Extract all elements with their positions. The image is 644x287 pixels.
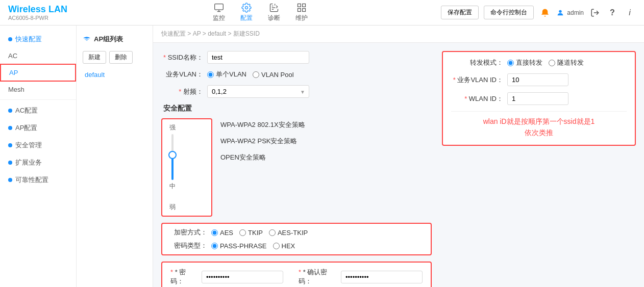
- maintain-icon: [296, 3, 307, 13]
- sidebar-item-ap[interactable]: AP: [0, 64, 76, 82]
- security-opt-psk[interactable]: WPA-WPA2 PSK安全策略: [220, 137, 305, 146]
- sidebar-label-extend: 扩展业务: [15, 158, 42, 167]
- sidebar-item-security[interactable]: 安全管理: [0, 137, 76, 154]
- encrypt-tkip-option[interactable]: TKIP: [239, 229, 263, 237]
- sidebar-item-ap-config[interactable]: AP配置: [0, 119, 76, 137]
- ssid-input[interactable]: [207, 51, 309, 64]
- encrypt-aes-option[interactable]: AES: [211, 229, 233, 237]
- nav-config-label: 配置: [240, 14, 253, 22]
- brand-colored-text: LAN: [48, 4, 67, 14]
- delete-button[interactable]: 删除: [109, 51, 133, 64]
- brand-text: Wireless: [8, 4, 46, 14]
- freq-select-wrapper: 0,1,2: [207, 85, 309, 98]
- monitor-icon: [214, 3, 224, 13]
- notification-icon[interactable]: [539, 7, 551, 19]
- sidebar-label-ap-config: AP配置: [15, 123, 37, 133]
- sidebar-item-ac-config[interactable]: AC配置: [0, 102, 76, 119]
- brand-title: Wireless LAN: [8, 4, 80, 15]
- sidebar-item-mesh[interactable]: Mesh: [0, 82, 76, 97]
- wlan-id-input[interactable]: [507, 92, 568, 105]
- diagnose-icon: [269, 3, 279, 13]
- encrypt-row: 加密方式： AES TKIP: [170, 228, 423, 237]
- svg-rect-0: [215, 4, 224, 10]
- right-panel: 转发模式： 直接转发 隧道转发: [442, 51, 636, 146]
- sidebar-item-extend[interactable]: 扩展业务: [0, 154, 76, 171]
- security-row: 强 中 弱: [161, 118, 432, 217]
- cmd-console-button[interactable]: 命令行控制台: [484, 6, 534, 19]
- confirm-password-input[interactable]: [341, 271, 423, 283]
- nav-maintain[interactable]: 维护: [295, 3, 308, 22]
- encrypt-aes-tkip-option[interactable]: AES-TKIP: [269, 229, 308, 237]
- encrypt-tkip-radio[interactable]: [239, 229, 246, 236]
- nav-bar: 监控 配置 诊断 维护: [90, 3, 431, 22]
- wifi-icon: [83, 35, 91, 43]
- nav-monitor[interactable]: 监控: [213, 3, 225, 22]
- vlan-single-option[interactable]: 单个VLAN: [207, 70, 246, 79]
- cipher-phrase-option[interactable]: PASS-PHRASE: [211, 242, 267, 250]
- forward-mode-label: 转发模式：: [451, 58, 507, 67]
- form-area: SSID名称： 业务VLAN： 单个VLAN: [153, 43, 644, 287]
- encrypt-aes-tkip-label: AES-TKIP: [278, 229, 308, 237]
- new-button[interactable]: 新建: [83, 51, 106, 64]
- encrypt-aes-radio[interactable]: [211, 229, 218, 236]
- sidebar-item-quick-config[interactable]: 快速配置: [0, 31, 76, 48]
- sidebar-label-quick-config: 快速配置: [15, 35, 42, 44]
- vlan-single-radio[interactable]: [207, 71, 214, 78]
- security-opt-open[interactable]: OPEN安全策略: [220, 153, 305, 162]
- svg-rect-2: [298, 4, 301, 7]
- breadcrumb: 快速配置 > AP > default > 新建SSID: [153, 25, 644, 43]
- sidebar-label-mesh: Mesh: [8, 86, 24, 93]
- forward-tunnel-option[interactable]: 隧道转发: [549, 58, 584, 67]
- cipher-hex-option[interactable]: HEX: [273, 242, 295, 250]
- freq-label: 射频：: [161, 87, 207, 96]
- vlan-id-input[interactable]: [507, 73, 568, 86]
- security-opt-8021x[interactable]: WPA-WPA2 802.1X安全策略: [220, 120, 305, 129]
- password-input[interactable]: [202, 271, 283, 283]
- sidebar-label-ac: AC: [8, 52, 17, 60]
- encrypt-aes-tkip-radio[interactable]: [269, 229, 276, 236]
- sidebar-dot-icon-4: [8, 143, 12, 147]
- ssid-label: SSID名称：: [161, 53, 207, 62]
- password-box: * 密码： * 确认密码：: [161, 262, 432, 287]
- second-sidebar: AP组列表 新建 删除 default: [77, 25, 153, 287]
- encrypt-label: 加密方式：: [170, 228, 211, 237]
- sidebar-item-reliable[interactable]: 可靠性配置: [0, 171, 76, 189]
- freq-select[interactable]: 0,1,2: [207, 85, 309, 98]
- security-options: WPA-WPA2 802.1X安全策略 WPA-WPA2 PSK安全策略 OPE…: [220, 118, 305, 162]
- help-icon[interactable]: ?: [606, 7, 618, 19]
- cipher-phrase-radio[interactable]: [211, 243, 218, 249]
- sidebar-label-ac-config: AC配置: [15, 106, 38, 115]
- cipher-hex-label: HEX: [282, 242, 295, 250]
- sidebar-divider-1: [0, 99, 76, 100]
- cipher-phrase-label: PASS-PHRASE: [220, 242, 267, 250]
- brand-subtitle: AC6005-8-PWR: [8, 15, 80, 21]
- sidebar-item-default[interactable]: default: [77, 67, 153, 83]
- info-icon[interactable]: i: [624, 7, 636, 19]
- nav-diagnose-label: 诊断: [268, 14, 280, 22]
- second-sidebar-title-label: AP组列表: [94, 35, 123, 44]
- forward-tunnel-label: 隧道转发: [557, 58, 584, 67]
- vlan-radio-group: 单个VLAN VLAN Pool: [207, 70, 294, 79]
- nav-config[interactable]: 配置: [240, 3, 253, 22]
- sidebar-dot-icon-5: [8, 161, 12, 165]
- vlan-pool-radio[interactable]: [253, 71, 259, 78]
- logout-icon[interactable]: [589, 7, 601, 19]
- vlan-pool-option[interactable]: VLAN Pool: [253, 71, 294, 79]
- user-info: admin: [556, 9, 584, 17]
- encrypt-aes-label: AES: [220, 229, 233, 237]
- forward-tunnel-radio[interactable]: [549, 60, 555, 66]
- sidebar-item-ac[interactable]: AC: [0, 48, 76, 64]
- slider-weak-label: 弱: [169, 203, 176, 212]
- forward-mode-row: 转发模式： 直接转发 隧道转发: [451, 58, 627, 67]
- forward-direct-option[interactable]: 直接转发: [507, 58, 542, 67]
- ssid-row: SSID名称：: [161, 51, 432, 64]
- nav-diagnose[interactable]: 诊断: [268, 3, 280, 22]
- slider-visual: [168, 134, 177, 180]
- nav-monitor-label: 监控: [213, 14, 225, 22]
- save-config-button[interactable]: 保存配置: [441, 6, 479, 19]
- slider-thumb[interactable]: [168, 151, 177, 159]
- cipher-row: 密码类型： PASS-PHRASE HEX: [170, 241, 423, 250]
- forward-direct-radio[interactable]: [507, 60, 514, 66]
- annotation-text: wlan iD就是按顺序第一个ssid就是1依次类推: [451, 116, 627, 139]
- cipher-hex-radio[interactable]: [273, 243, 280, 249]
